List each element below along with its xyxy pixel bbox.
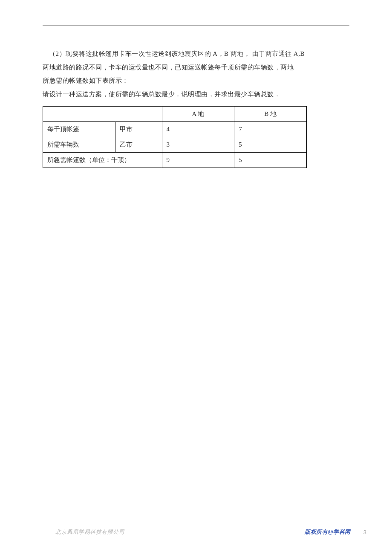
table-cell-value-b: 5 bbox=[234, 137, 307, 153]
table-footer-row: 所急需帐篷数（单位：千顶） 9 5 bbox=[43, 153, 307, 168]
table-header-col-a: A 地 bbox=[162, 107, 234, 122]
table-footer-label: 所急需帐篷数（单位：千顶） bbox=[43, 153, 162, 168]
table-cell-city: 乙市 bbox=[115, 137, 162, 153]
table-header-col-b: B 地 bbox=[234, 107, 307, 122]
page-number: 3 bbox=[363, 529, 366, 535]
table-cell-value-a: 4 bbox=[162, 122, 234, 137]
data-table: A 地 B 地 每千顶帐篷 甲市 4 7 所需车辆数 乙市 3 5 所急需帐篷数… bbox=[43, 106, 307, 168]
table-header-row: A 地 B 地 bbox=[43, 107, 307, 122]
table-header-blank bbox=[43, 107, 162, 122]
copyright-at: @ bbox=[328, 529, 333, 535]
page-content: （2）现要将这批帐篷用卡车一次性运送到该地震灾区的 A，B 两地， 由于两市通往… bbox=[0, 0, 392, 168]
table-cell-label: 每千顶帐篷 bbox=[43, 122, 115, 137]
page-footer: 北京凤凰学易科技有限公司 版权所有@学科网 3 bbox=[0, 528, 392, 536]
table-cell-city: 甲市 bbox=[115, 122, 162, 137]
table-footer-value-a: 9 bbox=[162, 153, 234, 168]
problem-text-line-3: 所急需的帐篷数如下表所示： bbox=[43, 74, 349, 88]
table-footer-value-b: 5 bbox=[234, 153, 307, 168]
footer-right-group: 版权所有@学科网 3 bbox=[305, 528, 366, 536]
table-cell-value-b: 7 bbox=[234, 122, 307, 137]
problem-text-line-4: 请设计一种运送方案，使所需的车辆总数最少，说明理由，并求出最少车辆总数． bbox=[43, 88, 349, 101]
copyright-site: 学科网 bbox=[333, 529, 351, 535]
table-cell-label: 所需车辆数 bbox=[43, 137, 115, 153]
footer-copyright: 版权所有@学科网 bbox=[305, 528, 351, 536]
table-cell-value-a: 3 bbox=[162, 137, 234, 153]
problem-text-line-1: （2）现要将这批帐篷用卡车一次性运送到该地震灾区的 A，B 两地， 由于两市通往… bbox=[43, 47, 349, 61]
table-row: 所需车辆数 乙市 3 5 bbox=[43, 137, 307, 153]
copyright-prefix: 版权所有 bbox=[305, 529, 328, 535]
table-row: 每千顶帐篷 甲市 4 7 bbox=[43, 122, 307, 137]
footer-company: 北京凤凰学易科技有限公司 bbox=[55, 528, 124, 536]
top-horizontal-rule bbox=[43, 26, 349, 26]
problem-text-line-2: 两地道路的路况不同，卡车的运载量也不同，已知运送帐篷每千顶所需的车辆数，两地 bbox=[43, 61, 349, 75]
